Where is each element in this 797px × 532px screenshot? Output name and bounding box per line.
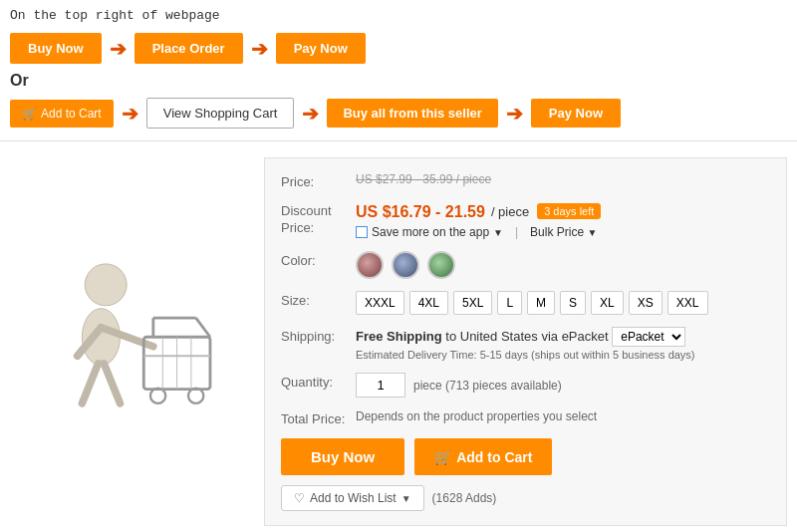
wish-count: (1628 Adds)	[432, 491, 497, 505]
price-row: Price: US $27.99 - 35.99 / piece	[281, 172, 770, 189]
buy-all-from-seller-button[interactable]: Buy all from this seller	[327, 99, 497, 128]
quantity-input[interactable]	[356, 373, 405, 398]
wish-list-label: Add to Wish List	[310, 491, 397, 505]
price-label: Price:	[281, 172, 356, 189]
arrow-4: ➔	[302, 102, 319, 126]
size-btn-xs[interactable]: XS	[629, 291, 663, 315]
quantity-note: piece (713 pieces available)	[413, 379, 562, 393]
cart-icon-main: 🛒	[434, 449, 451, 465]
discount-price-row: DiscountPrice: US $16.79 - 21.59 / piece…	[281, 201, 770, 239]
divider	[0, 140, 797, 141]
bulk-price-icon: ▼	[587, 227, 597, 238]
shipping-row: Shipping: Free Shipping to United States…	[281, 327, 770, 361]
per-piece-label: / piece	[491, 204, 529, 219]
size-buttons: XXXL4XL5XLLMSXLXSXXL	[356, 291, 770, 315]
quantity-label: Quantity:	[281, 373, 356, 390]
arrow-2: ➔	[251, 37, 268, 61]
action-buttons: Buy Now 🛒 Add to Cart	[281, 438, 770, 475]
save-more-dropdown-icon: ▼	[493, 227, 503, 238]
flow-row-2: 🛒 Add to Cart ➔ View Shopping Cart ➔ Buy…	[0, 92, 797, 134]
bulk-price-link[interactable]: Bulk Price ▼	[530, 225, 597, 239]
color-swatch-2[interactable]	[392, 251, 419, 279]
size-btn-xl[interactable]: XL	[591, 291, 624, 315]
discount-label: DiscountPrice:	[281, 201, 356, 237]
quantity-area: piece (713 pieces available)	[356, 373, 770, 398]
product-details-panel: Price: US $27.99 - 35.99 / piece Discoun…	[264, 157, 787, 526]
discount-value: US $16.79 - 21.59 / piece 3 days left Sa…	[356, 201, 770, 239]
shipping-method-select[interactable]: ePacket	[612, 327, 685, 347]
pay-now-button-flow2[interactable]: Pay Now	[531, 99, 621, 128]
color-label: Color:	[281, 251, 356, 268]
size-btn-5xl[interactable]: 5XL	[453, 291, 492, 315]
shipping-info: Free Shipping to United States via ePack…	[356, 327, 770, 361]
flow-row-1: Buy Now ➔ Place Order ➔ Pay Now	[0, 27, 797, 70]
wish-list-row: ♡ Add to Wish List ▼ (1628 Adds)	[281, 485, 770, 511]
total-price-value: Depends on the product properties you se…	[356, 409, 770, 423]
size-btn-l[interactable]: L	[497, 291, 522, 315]
add-to-cart-label-top: Add to Cart	[41, 107, 102, 121]
buy-now-button-top[interactable]: Buy Now	[10, 33, 102, 64]
product-section: Price: US $27.99 - 35.99 / piece Discoun…	[0, 147, 797, 532]
wish-list-button[interactable]: ♡ Add to Wish List ▼	[281, 485, 424, 511]
save-more-checkbox[interactable]	[356, 226, 368, 238]
size-row: Size: XXXL4XL5XLLMSXLXSXXL	[281, 291, 770, 315]
cart-icon-small: 🛒	[22, 107, 37, 121]
place-order-button[interactable]: Place Order	[134, 33, 243, 64]
top-instruction: On the top right of webpage	[0, 0, 797, 27]
svg-point-1	[82, 309, 120, 366]
shopping-cart-figure	[25, 242, 234, 441]
color-swatches	[356, 251, 770, 279]
discount-price: US $16.79 - 21.59	[356, 203, 485, 221]
size-btn-s[interactable]: S	[560, 291, 586, 315]
color-row: Color:	[281, 251, 770, 279]
arrow-3: ➔	[122, 102, 138, 126]
size-btn-xxxl[interactable]: XXXL	[356, 291, 404, 315]
product-image-area	[10, 157, 249, 526]
shipping-to-text: to United States via ePacket	[445, 329, 608, 344]
save-more-row: Save more on the app ▼ | Bulk Price ▼	[356, 225, 770, 239]
arrow-1: ➔	[110, 37, 127, 61]
price-value: US $27.99 - 35.99 / piece	[356, 172, 770, 186]
buy-now-button-main[interactable]: Buy Now	[281, 438, 404, 475]
color-swatch-1[interactable]	[356, 251, 384, 279]
total-price-label: Total Price:	[281, 409, 356, 426]
shipping-free-text: Free Shipping	[356, 329, 442, 344]
svg-point-0	[85, 264, 127, 306]
or-label: Or	[0, 70, 797, 92]
size-label: Size:	[281, 291, 356, 308]
color-swatch-3[interactable]	[427, 251, 455, 279]
add-to-cart-button-top[interactable]: 🛒 Add to Cart	[10, 100, 114, 128]
quantity-row: Quantity: piece (713 pieces available)	[281, 373, 770, 398]
days-left-badge: 3 days left	[537, 203, 601, 219]
total-price-row: Total Price: Depends on the product prop…	[281, 409, 770, 426]
size-btn-m[interactable]: M	[527, 291, 555, 315]
shipping-label: Shipping:	[281, 327, 356, 344]
original-price: US $27.99 - 35.99 / piece	[356, 172, 770, 186]
svg-line-9	[196, 318, 210, 337]
add-to-cart-label-main: Add to Cart	[456, 449, 532, 465]
shipping-sub-text: Estimated Delivery Time: 5-15 days (ship…	[356, 349, 770, 361]
pay-now-button-top[interactable]: Pay Now	[276, 33, 366, 64]
save-more-label: Save more on the app	[372, 225, 489, 239]
size-btn-xxl[interactable]: XXL	[667, 291, 708, 315]
arrow-5: ➔	[506, 102, 523, 126]
wish-dropdown-icon: ▼	[401, 493, 411, 504]
save-more-text: Save more on the app ▼	[356, 225, 503, 239]
view-shopping-cart-button[interactable]: View Shopping Cart	[146, 98, 295, 129]
add-to-cart-button-main[interactable]: 🛒 Add to Cart	[414, 438, 552, 475]
size-btn-4xl[interactable]: 4XL	[409, 291, 448, 315]
svg-line-4	[82, 364, 98, 403]
svg-line-5	[104, 364, 120, 403]
heart-icon: ♡	[294, 491, 305, 505]
bulk-price-label: Bulk Price	[530, 225, 584, 239]
